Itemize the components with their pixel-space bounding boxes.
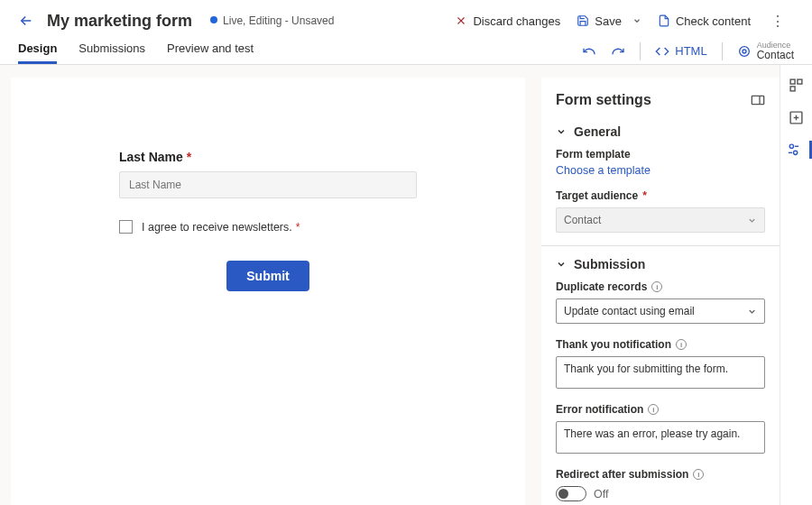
divider [640, 42, 641, 60]
error-textarea[interactable]: There was an error, please try again. [556, 421, 765, 454]
redirect-label: Redirect after submission i [556, 468, 765, 481]
required-asterisk: * [296, 221, 300, 234]
svg-rect-6 [790, 86, 795, 90]
svg-point-10 [789, 144, 793, 148]
status-dot-icon [210, 16, 217, 23]
error-label: Error notification i [556, 403, 765, 416]
svg-rect-2 [752, 96, 764, 104]
lastname-label: Last Name* [119, 150, 191, 164]
newsletter-checkbox[interactable] [119, 220, 133, 234]
section-general[interactable]: General [556, 124, 765, 139]
thankyou-label: Thank you notification i [556, 338, 765, 351]
html-view-button[interactable]: HTML [655, 44, 706, 59]
save-label: Save [595, 14, 622, 28]
save-icon [577, 14, 589, 27]
target-audience-select[interactable]: Contact [556, 207, 765, 233]
divider [722, 42, 723, 60]
svg-point-0 [739, 46, 749, 56]
redo-icon[interactable] [611, 44, 625, 59]
tab-submissions[interactable]: Submissions [78, 34, 145, 64]
info-icon[interactable]: i [676, 339, 687, 350]
svg-rect-4 [790, 79, 795, 84]
newsletter-label: I agree to receive newsletters.* [142, 221, 300, 234]
undo-icon[interactable] [582, 44, 596, 59]
save-button[interactable]: Save [577, 14, 622, 28]
chevron-down-icon [747, 307, 757, 317]
submit-button[interactable]: Submit [226, 261, 309, 291]
discard-button[interactable]: Discard changes [455, 14, 560, 28]
save-split-chevron-icon[interactable] [632, 16, 641, 25]
duplicate-records-label: Duplicate records i [556, 280, 765, 293]
chevron-down-icon [556, 259, 567, 270]
chevron-down-icon [556, 126, 567, 137]
section-submission[interactable]: Submission [556, 257, 765, 271]
form-settings-panel: Form settings General Form template Choo… [541, 78, 780, 505]
document-icon [658, 14, 670, 27]
thankyou-textarea[interactable]: Thank you for submitting the form. [556, 356, 765, 389]
lastname-input[interactable] [119, 171, 417, 198]
close-icon [455, 14, 467, 27]
audience-selector[interactable]: Audience Contact [737, 41, 794, 60]
form-template-label: Form template [556, 148, 765, 161]
check-content-label: Check content [676, 14, 751, 28]
choose-template-link[interactable]: Choose a template [556, 164, 651, 177]
back-arrow-icon[interactable] [18, 13, 34, 29]
discard-label: Discard changes [473, 14, 560, 28]
info-icon[interactable]: i [651, 281, 662, 292]
svg-point-1 [743, 50, 746, 53]
tab-preview[interactable]: Preview and test [167, 34, 254, 64]
redirect-toggle[interactable] [556, 486, 586, 501]
more-menu-button[interactable]: ⋮ [767, 13, 789, 30]
html-label: HTML [675, 44, 706, 58]
page-title: My marketing form [47, 12, 192, 31]
svg-point-11 [794, 151, 798, 154]
status-text: Live, Editing - Unsaved [223, 14, 334, 27]
info-icon[interactable]: i [648, 404, 659, 415]
panel-collapse-icon[interactable] [751, 94, 765, 106]
check-content-button[interactable]: Check content [658, 14, 751, 28]
rail-elements-icon[interactable] [788, 76, 806, 94]
tab-design[interactable]: Design [18, 34, 57, 64]
settings-title: Form settings [556, 92, 651, 108]
form-canvas[interactable]: Last Name* I agree to receive newsletter… [11, 78, 525, 505]
svg-rect-5 [798, 79, 802, 84]
audience-value: Contact [757, 50, 794, 60]
target-audience-label: Target audience* [556, 189, 765, 202]
rail-settings-icon[interactable] [780, 141, 812, 159]
chevron-down-icon [747, 216, 757, 225]
redirect-state: Off [594, 488, 608, 500]
duplicate-records-select[interactable]: Update contact using email [556, 298, 765, 324]
rail-add-icon[interactable] [788, 108, 806, 126]
required-asterisk: * [187, 150, 191, 164]
info-icon[interactable]: i [693, 469, 704, 480]
